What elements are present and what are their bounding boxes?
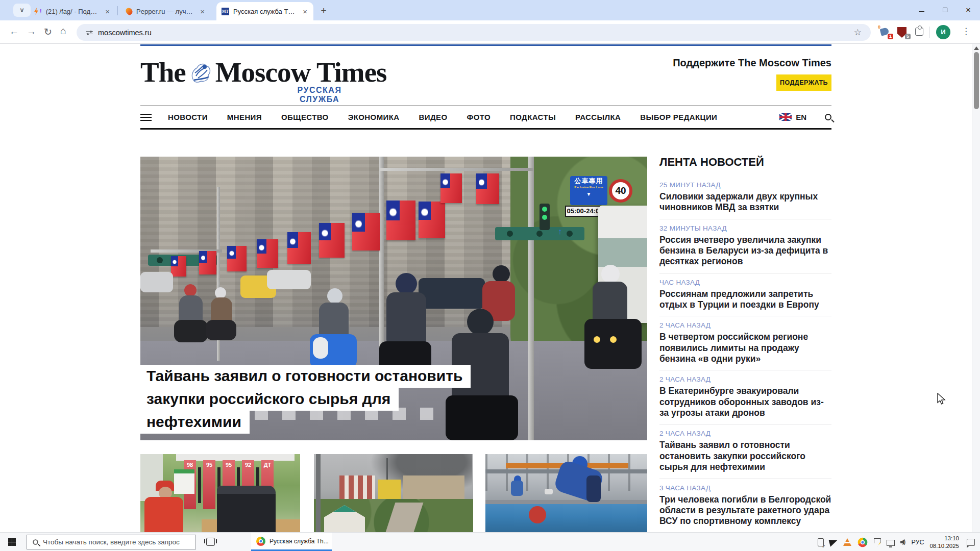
tab-2[interactable]: Pepper.ru — лучшие скидки и × bbox=[121, 2, 211, 20]
news-title[interactable]: Три человека погибли в Белгородской обла… bbox=[659, 494, 831, 527]
headline-line: Тайвань заявил о готовности остановить bbox=[140, 365, 471, 388]
nav-newsletter[interactable]: РАССЫЛКА bbox=[575, 113, 621, 121]
telegram-tray-icon[interactable] bbox=[828, 538, 838, 546]
site-logo[interactable]: The Moscow Times bbox=[140, 56, 387, 88]
browser-tray-icon[interactable] bbox=[857, 537, 867, 547]
tab-title: Русская служба The Moscow T bbox=[233, 8, 298, 15]
profile-avatar[interactable]: И bbox=[936, 25, 950, 39]
headline-line: закупки российского сырья для bbox=[140, 388, 399, 411]
adblock-shield-icon[interactable]: 5 bbox=[896, 27, 908, 38]
news-list-item[interactable]: 3 ЧАСА НАЗАД Три человека погибли в Белг… bbox=[659, 479, 831, 533]
tower-graphic bbox=[386, 458, 388, 480]
nav-editors-choice[interactable]: ВЫБОР РЕДАКЦИИ bbox=[640, 113, 717, 121]
news-title[interactable]: Россиянам предложили запретить отдых в Т… bbox=[659, 289, 831, 311]
reload-icon[interactable]: ↻ bbox=[44, 26, 52, 38]
nav-economy[interactable]: ЭКОНОМИКА bbox=[348, 113, 400, 121]
nav-society[interactable]: ОБЩЕСТВО bbox=[281, 113, 329, 121]
taskbar-search[interactable]: Чтобы начать поиск, введите здесь запрос bbox=[27, 535, 196, 549]
warning-icon bbox=[877, 542, 883, 547]
news-list-item[interactable]: 2 ЧАСА НАЗАД В Екатеринбурге эвакуировал… bbox=[659, 370, 831, 424]
headlight bbox=[610, 336, 617, 343]
forward-icon[interactable]: → bbox=[27, 26, 36, 37]
taiwan-flag-graphic bbox=[257, 239, 278, 268]
news-title[interactable]: Силовики задержали двух крупных чиновник… bbox=[659, 191, 831, 213]
nav-podcasts[interactable]: ПОДКАСТЫ bbox=[510, 113, 556, 121]
tab-strip: ∨ ! (21) /fag/ - Подсосов Мэда тре × Pep… bbox=[0, 0, 980, 20]
tab-close-icon[interactable]: × bbox=[302, 7, 308, 16]
tab-close-icon[interactable]: × bbox=[199, 7, 206, 16]
article-thumb-factory[interactable] bbox=[485, 454, 647, 532]
news-list-item[interactable]: 32 МИНУТЫ НАЗАД Россия вчетверо увеличил… bbox=[659, 219, 831, 273]
clock[interactable]: 13:10 08.10.2025 bbox=[929, 535, 959, 549]
news-list-item[interactable]: ЧАС НАЗАД Россиянам предложили запретить… bbox=[659, 273, 831, 317]
st-george-emblem-icon bbox=[188, 61, 213, 84]
url-text[interactable]: moscowtimes.ru bbox=[98, 29, 152, 37]
action-center-icon[interactable] bbox=[967, 539, 975, 546]
tab-title: Pepper.ru — лучшие скидки и bbox=[136, 8, 195, 15]
home-icon[interactable]: ⌂ bbox=[60, 25, 66, 37]
active-app-button[interactable]: Русская служба Th... bbox=[251, 533, 332, 551]
browser-window: ∨ ! (21) /fag/ - Подсосов Мэда тре × Pep… bbox=[0, 0, 980, 551]
task-view-icon[interactable] bbox=[206, 538, 215, 546]
hero-article[interactable]: 公車專用 Exclusive Bus Lane ▼ 05:00-24:00 40… bbox=[140, 157, 647, 440]
new-tab-button[interactable]: + bbox=[317, 5, 330, 17]
restore-button[interactable] bbox=[933, 0, 957, 19]
nav-news[interactable]: НОВОСТИ bbox=[168, 113, 208, 121]
blue-machine-graphic bbox=[485, 504, 647, 532]
close-button[interactable]: × bbox=[957, 0, 980, 19]
language-switch[interactable]: EN bbox=[796, 113, 806, 121]
taiwan-flag-graphic bbox=[476, 173, 499, 204]
scrollbar-thumb[interactable] bbox=[974, 52, 979, 109]
menu-dots-icon[interactable]: ⋮ bbox=[962, 26, 970, 37]
keyboard-language[interactable]: РУС bbox=[911, 539, 924, 546]
address-bar[interactable]: moscowtimes.ru ☆ bbox=[77, 24, 871, 41]
usb-tray-icon[interactable] bbox=[818, 538, 824, 546]
news-title[interactable]: В четвертом российском регионе появились… bbox=[659, 332, 831, 364]
minimize-button[interactable] bbox=[910, 0, 933, 19]
car-graphic bbox=[140, 272, 173, 292]
tab-1[interactable]: ! (21) /fag/ - Подсосов Мэда тре × bbox=[28, 2, 116, 20]
mt-favicon: MT bbox=[222, 8, 229, 15]
header-accent-line bbox=[140, 44, 831, 46]
nav-video[interactable]: ВИДЕО bbox=[419, 113, 448, 121]
news-title[interactable]: В Екатеринбурге эвакуировали сотрудников… bbox=[659, 386, 831, 418]
nav-photo[interactable]: ФОТО bbox=[467, 113, 491, 121]
bookmark-star-icon[interactable]: ☆ bbox=[854, 27, 862, 38]
search-icon[interactable] bbox=[825, 114, 831, 120]
vlc-tray-icon[interactable] bbox=[843, 538, 851, 546]
news-list-item[interactable]: 2 ЧАСА НАЗАД Тайвань заявил о готовности… bbox=[659, 424, 831, 479]
tab-3-active[interactable]: MT Русская служба The Moscow T × bbox=[216, 2, 313, 20]
taiwan-flag-graphic bbox=[419, 202, 445, 238]
nav-opinions[interactable]: МНЕНИЯ bbox=[227, 113, 262, 121]
page-content: The Moscow Times РУССКАЯ СЛУЖБА Поддержи… bbox=[0, 44, 972, 532]
active-app-label: Русская служба Th... bbox=[270, 538, 329, 545]
price-sign-graphic bbox=[174, 469, 194, 494]
flame-icon bbox=[125, 7, 134, 16]
hero-headline[interactable]: Тайвань заявил о готовности остановить з… bbox=[140, 365, 471, 434]
article-thumb-gas-station[interactable]: 98 95 95 92 ДТ bbox=[140, 454, 300, 532]
news-timestamp: 25 МИНУТ НАЗАД bbox=[659, 181, 831, 189]
news-title[interactable]: Тайвань заявил о готовности остановить з… bbox=[659, 440, 831, 472]
hamburger-menu-icon[interactable] bbox=[140, 112, 152, 123]
glove-graphic bbox=[545, 489, 553, 494]
suv-graphic bbox=[419, 278, 485, 309]
support-button[interactable]: ПОДДЕРЖАТЬ bbox=[776, 74, 831, 91]
news-title[interactable]: Россия вчетверо увеличила закупки бензин… bbox=[659, 235, 831, 267]
taiwan-flag-graphic bbox=[287, 232, 311, 264]
volume-icon[interactable]: )) bbox=[900, 539, 906, 545]
back-icon[interactable]: ← bbox=[9, 26, 19, 37]
article-thumb-town-smoke[interactable] bbox=[314, 454, 473, 532]
scrollbar[interactable] bbox=[972, 44, 980, 532]
news-list-item[interactable]: 2 ЧАСА НАЗАД В четвертом российском реги… bbox=[659, 316, 831, 370]
scrollbar-up-icon[interactable] bbox=[974, 46, 979, 50]
extension-icon-1[interactable]: 0 1 bbox=[879, 27, 890, 38]
tab-close-icon[interactable]: × bbox=[104, 7, 111, 16]
network-icon[interactable] bbox=[887, 540, 895, 546]
uk-flag-icon[interactable] bbox=[779, 113, 792, 121]
start-button-icon[interactable] bbox=[8, 538, 16, 546]
extensions-puzzle-icon[interactable] bbox=[914, 27, 925, 38]
news-timestamp: ЧАС НАЗАД bbox=[659, 279, 831, 286]
news-list-item[interactable]: 25 МИНУТ НАЗАД Силовики задержали двух к… bbox=[659, 176, 831, 219]
site-info-icon[interactable] bbox=[86, 29, 93, 36]
security-shield-icon[interactable] bbox=[874, 538, 881, 546]
